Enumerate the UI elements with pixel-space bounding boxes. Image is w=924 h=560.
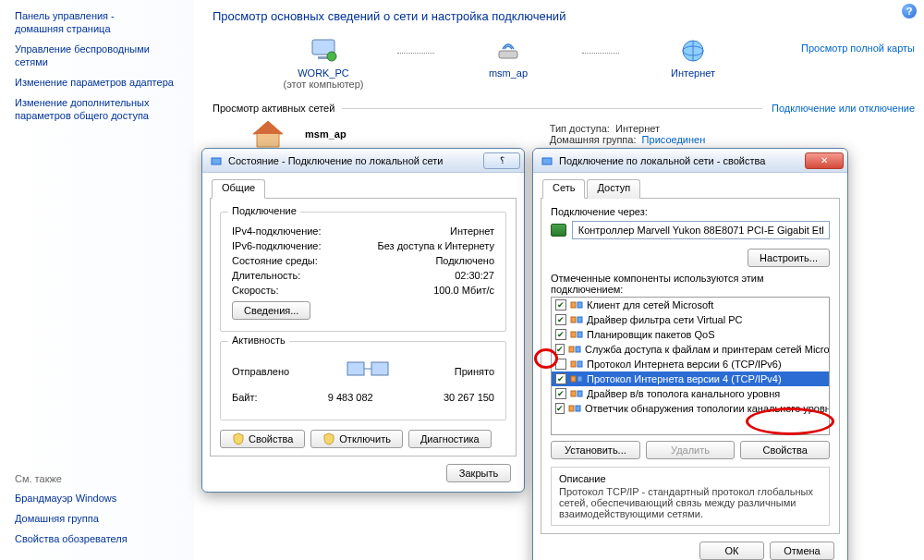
components-label: Отмеченные компоненты используются этим … — [551, 273, 830, 295]
properties-dialog: Подключение по локальной сети - свойства… — [532, 148, 848, 560]
svg-rect-16 — [578, 302, 582, 308]
component-checkbox[interactable] — [555, 344, 565, 355]
component-label: Служба доступа к файлам и принтерам сете… — [585, 344, 830, 355]
bytes-sent: 9 483 082 — [267, 392, 434, 403]
connection-group-label: Подключение — [228, 205, 300, 216]
cp-home-link[interactable]: Панель управления - домашняя страница — [15, 9, 185, 35]
adapter-name-field[interactable] — [572, 221, 830, 239]
svg-rect-10 — [347, 362, 364, 375]
configure-button[interactable]: Настроить... — [748, 249, 830, 267]
description-box: Описание Протокол TCP/IP - стандартный п… — [551, 467, 830, 526]
computer-icon — [309, 38, 338, 64]
see-also-firewall[interactable]: Брандмауэр Windows — [15, 492, 128, 505]
connect-via-label: Подключение через: — [551, 206, 830, 217]
activity-icon — [344, 357, 399, 386]
item-properties-button[interactable]: Свойства — [740, 441, 830, 459]
svg-rect-21 — [571, 332, 576, 337]
protocol-icon — [570, 330, 583, 339]
see-also-homegroup[interactable]: Домашняя группа — [15, 512, 128, 525]
disable-button[interactable]: Отключить — [310, 430, 403, 448]
component-item[interactable]: Ответчик обнаружения топологии канальног… — [552, 401, 829, 416]
remove-button: Удалить — [646, 441, 736, 459]
svg-rect-37 — [576, 406, 580, 411]
properties-button[interactable]: Свойства — [220, 430, 305, 448]
activity-group-label: Активность — [228, 335, 289, 346]
control-panel-sidebar: Панель управления - домашняя страница Уп… — [0, 0, 194, 560]
home-network-icon — [249, 117, 286, 151]
component-checkbox[interactable] — [555, 388, 566, 399]
svg-rect-9 — [212, 158, 221, 164]
component-label: Протокол Интернета версии 6 (TCP/IPv6) — [587, 359, 782, 370]
svg-rect-22 — [578, 332, 582, 337]
props-titlebar[interactable]: Подключение по локальной сети - свойства… — [533, 149, 847, 173]
component-checkbox[interactable] — [555, 403, 565, 414]
status-titlebar[interactable]: Состояние - Подключение по локальной сет… — [202, 149, 524, 173]
components-listbox[interactable]: Клиент для сетей MicrosoftДрайвер фильтр… — [551, 297, 830, 435]
bytes-label: Байт: — [232, 392, 258, 403]
props-title: Подключение по локальной сети - свойства — [559, 155, 803, 166]
cancel-button[interactable]: Отмена — [770, 542, 834, 560]
component-item[interactable]: Планировщик пакетов QoS — [552, 327, 829, 342]
component-item[interactable]: Протокол Интернета версии 6 (TCP/IPv6) — [552, 357, 829, 371]
component-item[interactable]: Служба доступа к файлам и принтерам сете… — [552, 342, 829, 357]
svg-rect-13 — [542, 158, 552, 164]
connect-disconnect-link[interactable]: Подключение или отключение — [772, 103, 915, 114]
tab-network[interactable]: Сеть — [542, 179, 585, 199]
details-button[interactable]: Сведения... — [232, 301, 310, 320]
network-icon — [541, 154, 553, 167]
component-checkbox[interactable] — [555, 314, 566, 325]
map-router: msm_ap — [434, 38, 582, 79]
component-checkbox[interactable] — [555, 329, 566, 340]
tab-access[interactable]: Доступ — [587, 179, 640, 199]
protocol-icon — [570, 315, 583, 324]
component-item[interactable]: Клиент для сетей Microsoft — [552, 298, 829, 312]
active-network-name[interactable]: msm_ap — [305, 128, 346, 140]
see-also-header: См. также — [15, 473, 128, 484]
component-checkbox[interactable] — [555, 299, 566, 310]
svg-rect-36 — [569, 406, 574, 411]
see-also-ie[interactable]: Свойства обозревателя — [15, 532, 128, 545]
sidebar-link-wireless[interactable]: Управление беспроводными сетями — [15, 43, 185, 68]
sidebar-link-sharing[interactable]: Изменение дополнительных параметров обще… — [15, 96, 185, 122]
tab-general[interactable]: Общие — [212, 179, 265, 199]
protocol-icon — [570, 374, 583, 383]
svg-rect-27 — [571, 361, 576, 367]
svg-rect-25 — [576, 347, 580, 352]
shield-icon — [322, 432, 335, 445]
svg-rect-15 — [571, 302, 576, 308]
component-item[interactable]: Драйвер в/в тополога канального уровня — [552, 386, 829, 401]
component-item[interactable]: Драйвер фильтра сети Virtual PC — [552, 312, 829, 327]
diagnose-button[interactable]: Диагностика — [408, 430, 492, 448]
page-title: Просмотр основных сведений о сети и наст… — [213, 9, 915, 23]
adapter-icon — [551, 224, 566, 237]
protocol-icon — [570, 359, 583, 369]
svg-rect-3 — [499, 51, 517, 58]
main-panel: Просмотр основных сведений о сети и наст… — [203, 0, 924, 151]
install-button[interactable]: Установить... — [551, 441, 640, 459]
active-networks-header: Просмотр активных сетей — [213, 103, 334, 114]
component-label: Драйвер фильтра сети Virtual PC — [587, 314, 742, 325]
component-label: Протокол Интернета версии 4 (TCP/IPv4) — [587, 373, 782, 384]
protocol-icon — [568, 345, 581, 354]
ok-button[interactable]: ОК — [699, 542, 764, 560]
bytes-recv: 30 267 150 — [444, 392, 494, 403]
protocol-icon — [570, 300, 583, 310]
protocol-icon — [568, 404, 581, 413]
component-label: Драйвер в/в тополога канального уровня — [587, 388, 780, 399]
component-label: Планировщик пакетов QoS — [587, 329, 715, 340]
map-internet: Интернет — [619, 38, 767, 79]
component-item[interactable]: Протокол Интернета версии 4 (TCP/IPv4) — [552, 371, 829, 386]
close-button[interactable]: Закрыть — [446, 464, 511, 482]
sent-label: Отправлено — [232, 366, 289, 377]
svg-rect-24 — [569, 347, 574, 352]
component-label: Ответчик обнаружения топологии канальног… — [585, 403, 830, 414]
sidebar-link-adapter[interactable]: Изменение параметров адаптера — [15, 76, 185, 89]
help-button[interactable]: ⸮ — [483, 152, 520, 169]
svg-rect-33 — [571, 391, 576, 396]
svg-rect-19 — [578, 317, 582, 323]
close-icon[interactable]: ✕ — [805, 152, 844, 169]
component-checkbox[interactable] — [555, 373, 566, 384]
component-label: Клиент для сетей Microsoft — [587, 299, 713, 310]
router-icon — [493, 38, 523, 64]
component-checkbox[interactable] — [555, 359, 566, 370]
